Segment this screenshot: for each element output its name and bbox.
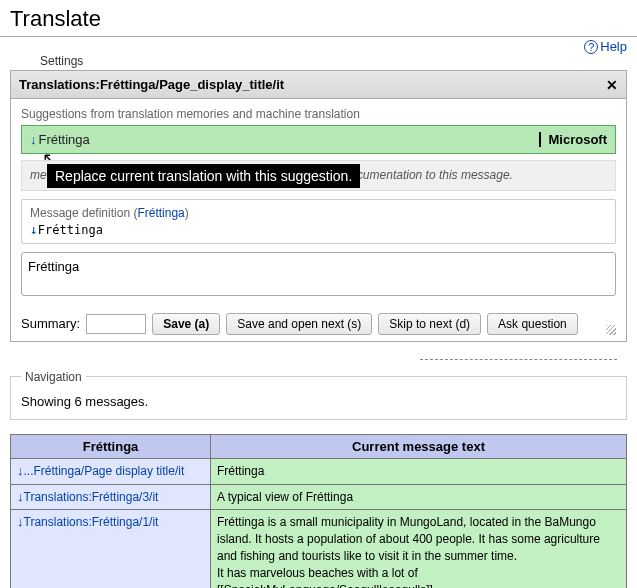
message-definition-box: Message definition (Fréttinga) ↓Frétting… bbox=[21, 199, 616, 244]
editor-title: Translations:Fréttinga/Page_display_titl… bbox=[19, 77, 284, 92]
suggestion-text: Fréttinga bbox=[39, 132, 90, 147]
close-icon[interactable]: ✕ bbox=[606, 77, 618, 93]
table-row: ↓Translations:Fréttinga/1/itFréttinga is… bbox=[11, 510, 627, 588]
editor-header: Translations:Fréttinga/Page_display_titl… bbox=[11, 71, 626, 99]
translation-editor-panel: Translations:Fréttinga/Page_display_titl… bbox=[10, 70, 627, 342]
resize-grip-icon[interactable] bbox=[606, 325, 616, 335]
page-title: Translate bbox=[0, 0, 637, 37]
save-open-next-button[interactable]: Save and open next (s) bbox=[226, 313, 372, 335]
navigation-fieldset: Navigation Showing 6 messages. bbox=[10, 370, 627, 420]
summary-input[interactable] bbox=[86, 314, 146, 334]
message-value-cell: A typical view of Fréttinga bbox=[211, 484, 627, 510]
table-row: ↓...Fréttinga/Page display title/itFrétt… bbox=[11, 458, 627, 484]
message-key-link[interactable]: Translations:Fréttinga/3/it bbox=[24, 490, 159, 504]
summary-label: Summary: bbox=[21, 316, 80, 331]
save-button[interactable]: Save (a) bbox=[152, 313, 220, 335]
navigation-text: Showing 6 messages. bbox=[21, 394, 616, 409]
table-header-text: Current message text bbox=[211, 434, 627, 458]
message-key-cell[interactable]: ↓Translations:Fréttinga/1/it bbox=[11, 510, 211, 588]
settings-link[interactable]: Settings bbox=[40, 54, 637, 68]
skip-next-button[interactable]: Skip to next (d) bbox=[378, 313, 481, 335]
message-key-link[interactable]: ...Fréttinga/Page display title/it bbox=[24, 464, 185, 478]
use-suggestion-icon[interactable]: ↓ bbox=[30, 132, 37, 147]
ask-question-button[interactable]: Ask question bbox=[487, 313, 578, 335]
table-row: ↓Translations:Fréttinga/3/itA typical vi… bbox=[11, 484, 627, 510]
navigation-legend: Navigation bbox=[21, 370, 86, 384]
message-key-cell[interactable]: ↓...Fréttinga/Page display title/it bbox=[11, 458, 211, 484]
use-definition-icon[interactable]: ↓ bbox=[30, 222, 38, 237]
message-key-cell[interactable]: ↓Translations:Fréttinga/3/it bbox=[11, 484, 211, 510]
definition-link[interactable]: Fréttinga bbox=[137, 206, 184, 220]
message-key-link[interactable]: Translations:Fréttinga/1/it bbox=[24, 515, 159, 529]
dotted-separator bbox=[420, 348, 617, 360]
messages-table: Fréttinga Current message text ↓...Frétt… bbox=[10, 434, 627, 588]
message-value-cell: Fréttinga bbox=[211, 458, 627, 484]
message-value-cell: Fréttinga is a small municipality in Mun… bbox=[211, 510, 627, 588]
help-icon: ? bbox=[584, 40, 598, 54]
translation-input[interactable] bbox=[21, 252, 616, 296]
suggestion-source: Microsoft bbox=[539, 132, 608, 147]
table-header-key: Fréttinga bbox=[11, 434, 211, 458]
suggestion-row[interactable]: ↓ Fréttinga Microsoft ↖ Replace current … bbox=[21, 125, 616, 154]
definition-value: Fréttinga bbox=[38, 223, 103, 237]
help-link[interactable]: Help bbox=[600, 39, 627, 54]
suggestion-tooltip: Replace current translation with this su… bbox=[47, 164, 360, 188]
suggestions-label: Suggestions from translation memories an… bbox=[21, 107, 616, 121]
